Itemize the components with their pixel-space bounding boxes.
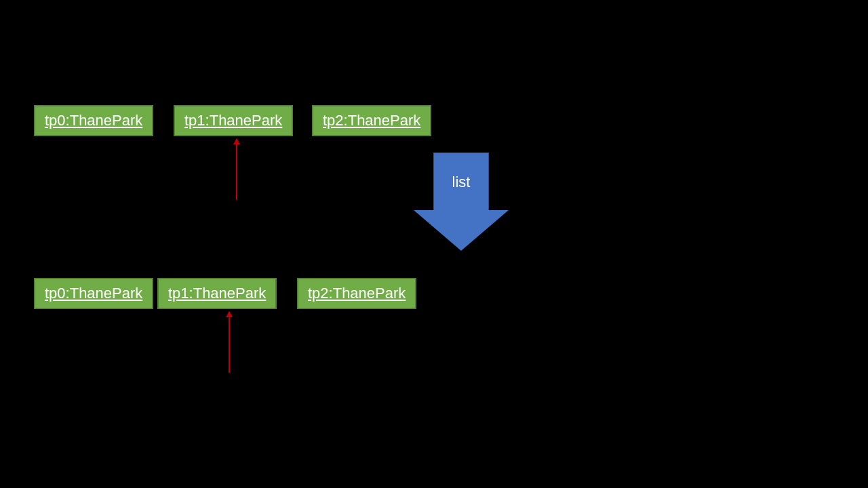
red-arrow-1 — [229, 312, 230, 373]
node-top-1: tp1:ThanePark — [174, 105, 293, 136]
list-arrow-shaft: list — [433, 152, 489, 211]
arrowhead-up-icon — [233, 138, 240, 144]
red-arrow-0 — [236, 139, 237, 200]
node-bottom-2: tp2:ThanePark — [297, 278, 416, 309]
node-top-0: tp0:ThanePark — [34, 105, 153, 136]
diagram-stage: tp0:ThanePark tp1:ThanePark tp2:ThanePar… — [0, 0, 868, 488]
node-bottom-1: tp1:ThanePark — [157, 278, 277, 309]
list-arrow-label: list — [452, 174, 471, 191]
arrowhead-down-icon — [414, 210, 509, 251]
list-arrow: list — [414, 152, 509, 251]
node-bottom-0: tp0:ThanePark — [34, 278, 153, 309]
arrowhead-up-icon — [226, 311, 233, 317]
node-top-2: tp2:ThanePark — [312, 105, 431, 136]
